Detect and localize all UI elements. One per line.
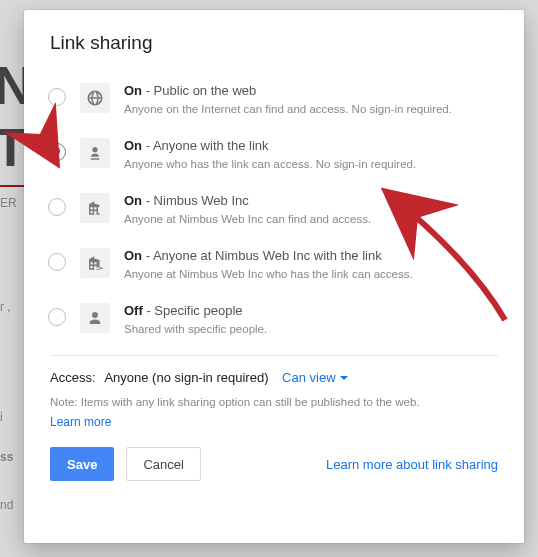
- option-desc: Anyone at Nimbus Web Inc can find and ac…: [124, 212, 498, 227]
- option-public-web[interactable]: On - Public on the web Anyone on the Int…: [48, 76, 498, 131]
- option-org-link[interactable]: On - Anyone at Nimbus Web Inc with the l…: [48, 241, 498, 296]
- option-title: On - Anyone with the link: [124, 137, 498, 155]
- option-specific[interactable]: Off - Specific people Shared with specif…: [48, 296, 498, 351]
- learn-more-link[interactable]: Learn more: [50, 415, 111, 429]
- option-title: Off - Specific people: [124, 302, 498, 320]
- option-desc: Anyone who has the link can access. No s…: [124, 157, 498, 172]
- radio-specific[interactable]: [48, 308, 66, 326]
- access-label: Access:: [50, 370, 96, 385]
- option-title: On - Public on the web: [124, 82, 498, 100]
- option-anyone-link[interactable]: On - Anyone with the link Anyone who has…: [48, 131, 498, 186]
- building-icon: [80, 193, 110, 223]
- access-dropdown[interactable]: Can view: [282, 370, 347, 385]
- option-desc: Anyone at Nimbus Web Inc who has the lin…: [124, 267, 498, 282]
- person-icon: [80, 303, 110, 333]
- publish-note: Note: Items with any link sharing option…: [50, 395, 498, 410]
- divider: [50, 355, 498, 356]
- building-link-icon: [80, 248, 110, 278]
- radio-org[interactable]: [48, 198, 66, 216]
- globe-icon: [80, 83, 110, 113]
- link-sharing-dialog: Link sharing On - Public on the web Anyo…: [24, 10, 524, 543]
- option-desc: Anyone on the Internet can find and acce…: [124, 102, 498, 117]
- chevron-down-icon: [340, 376, 348, 384]
- dialog-footer: Save Cancel Learn more about link sharin…: [50, 447, 498, 481]
- radio-org-link[interactable]: [48, 253, 66, 271]
- radio-public-web[interactable]: [48, 88, 66, 106]
- dialog-title: Link sharing: [50, 32, 498, 54]
- access-value: Anyone (no sign-in required): [104, 370, 268, 385]
- radio-anyone-link[interactable]: [48, 143, 66, 161]
- access-row: Access: Anyone (no sign-in required) Can…: [50, 370, 498, 385]
- sharing-options: On - Public on the web Anyone on the Int…: [48, 76, 498, 351]
- save-button[interactable]: Save: [50, 447, 114, 481]
- learn-more-sharing-link[interactable]: Learn more about link sharing: [326, 457, 498, 472]
- cancel-button[interactable]: Cancel: [126, 447, 200, 481]
- person-link-icon: [80, 138, 110, 168]
- option-desc: Shared with specific people.: [124, 322, 498, 337]
- option-title: On - Anyone at Nimbus Web Inc with the l…: [124, 247, 498, 265]
- option-title: On - Nimbus Web Inc: [124, 192, 498, 210]
- option-org[interactable]: On - Nimbus Web Inc Anyone at Nimbus Web…: [48, 186, 498, 241]
